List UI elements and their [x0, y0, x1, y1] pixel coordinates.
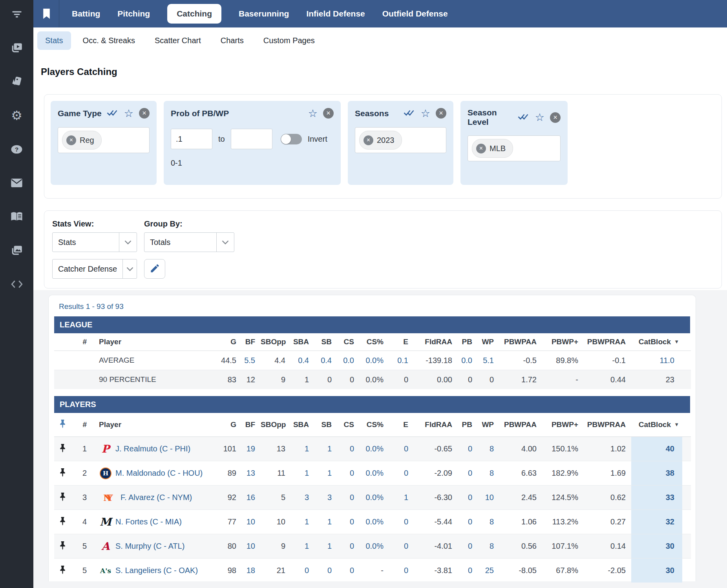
column-header-sb[interactable]: SB: [314, 413, 337, 437]
stat-cell-cs[interactable]: 0: [337, 486, 360, 510]
chip-remove-icon[interactable]: ×: [364, 135, 373, 145]
stat-cell-cspct[interactable]: 0.0%: [360, 510, 389, 534]
game-type-value-box[interactable]: × Reg: [58, 127, 150, 153]
stat-cell-sb[interactable]: 1: [314, 510, 337, 534]
rank-column-header[interactable]: #: [71, 333, 90, 351]
stat-cell-sba[interactable]: 0: [291, 559, 314, 583]
stat-cell-e[interactable]: 1: [389, 486, 414, 510]
pin-row-button[interactable]: [54, 486, 71, 510]
mail-icon[interactable]: [9, 175, 25, 191]
sub-tab-stats[interactable]: Stats: [37, 31, 71, 50]
player-column-header[interactable]: Player: [90, 333, 219, 351]
stat-cell-cspct[interactable]: 0.0%: [360, 486, 389, 510]
pin-row-button[interactable]: [54, 461, 71, 486]
bookmark-icon[interactable]: [42, 8, 51, 20]
stat-cell-cs[interactable]: 0: [337, 510, 360, 534]
column-header-cs[interactable]: CS: [337, 333, 360, 351]
stat-cell-sba[interactable]: 3: [291, 486, 314, 510]
chip-remove-icon[interactable]: ×: [66, 135, 76, 145]
stat-cell-bf[interactable]: 13: [242, 461, 261, 486]
remove-filter-icon[interactable]: ×: [139, 108, 150, 119]
stat-cell-bf[interactable]: 19: [242, 437, 261, 461]
sub-tab-charts[interactable]: Charts: [213, 31, 252, 50]
stat-cell-cspct[interactable]: 0.0%: [360, 437, 389, 461]
player-name-link[interactable]: F. Alvarez (C - NYM): [121, 493, 192, 502]
favorite-star-icon[interactable]: ☆: [535, 113, 544, 121]
stat-cell-e[interactable]: 0: [389, 510, 414, 534]
group-by-select[interactable]: Totals: [144, 232, 234, 252]
invert-toggle[interactable]: [281, 134, 302, 144]
column-header-bf[interactable]: BF: [242, 333, 261, 351]
stat-cell-bf[interactable]: 10: [242, 534, 261, 559]
column-header-cs[interactable]: CS: [337, 413, 360, 437]
book-icon[interactable]: [9, 209, 25, 225]
player-name-link[interactable]: S. Langeliers (C - OAK): [115, 566, 198, 575]
stat-cell-sb[interactable]: 1: [314, 437, 337, 461]
column-header-pbwpraa[interactable]: PBWPRAA: [584, 413, 631, 437]
column-header-pb[interactable]: PB: [458, 333, 478, 351]
column-header-pb[interactable]: PB: [458, 413, 478, 437]
stat-cell-pb[interactable]: 0: [458, 559, 478, 583]
column-header-wp[interactable]: WP: [478, 333, 499, 351]
stat-cell-sba[interactable]: 1: [291, 534, 314, 559]
stat-cell-cspct[interactable]: 0.0%: [360, 351, 389, 370]
column-header-sb[interactable]: SB: [314, 333, 337, 351]
stat-cell-pb[interactable]: 0: [458, 461, 478, 486]
stat-cell-catblock[interactable]: 40: [631, 437, 682, 461]
stat-cell-wp[interactable]: 8: [478, 534, 499, 559]
column-header-catblock[interactable]: CatBlock▼: [631, 333, 682, 351]
column-header-wp[interactable]: WP: [478, 413, 499, 437]
stat-cell-sb[interactable]: 0.4: [314, 351, 337, 370]
select-all-icon[interactable]: [403, 109, 415, 118]
player-name-link[interactable]: M. Maldonado (C - HOU): [115, 469, 203, 478]
code-icon[interactable]: [9, 276, 25, 292]
pin-row-button[interactable]: [54, 437, 71, 461]
tags-icon[interactable]: [9, 74, 25, 89]
top-tab-outfield-defense[interactable]: Outfield Defense: [382, 4, 448, 24]
pin-row-button[interactable]: [54, 559, 71, 583]
stat-cell-cspct[interactable]: 0.0%: [360, 461, 389, 486]
column-header-cspct[interactable]: CS%: [360, 413, 389, 437]
favorite-star-icon[interactable]: ☆: [308, 110, 318, 117]
gear-icon[interactable]: ⚙: [9, 108, 25, 123]
stat-cell-sb[interactable]: 1: [314, 461, 337, 486]
column-header-e[interactable]: E: [389, 333, 414, 351]
column-header-fldraa[interactable]: FldRAA: [414, 413, 458, 437]
player-name-link[interactable]: N. Fortes (C - MIA): [115, 517, 182, 526]
column-header-bf[interactable]: BF: [242, 413, 261, 437]
stat-cell-pb[interactable]: 0: [458, 486, 478, 510]
stat-cell-cspct[interactable]: 0.0%: [360, 534, 389, 559]
column-header-pbwpaa[interactable]: PBWPAA: [499, 413, 542, 437]
stat-cell-cs[interactable]: 0: [337, 559, 360, 583]
column-header-sba[interactable]: SBA: [291, 333, 314, 351]
media-library-icon[interactable]: [9, 243, 25, 258]
stat-cell-bf[interactable]: 18: [242, 559, 261, 583]
column-header-fldraa[interactable]: FldRAA: [414, 333, 458, 351]
stat-cell-pb[interactable]: 0.0: [458, 351, 478, 370]
seasons-value-box[interactable]: × 2023: [355, 127, 446, 153]
favorite-star-icon[interactable]: ☆: [421, 110, 430, 117]
top-tab-catching[interactable]: Catching: [167, 4, 221, 24]
stat-cell-sba[interactable]: 0.4: [291, 351, 314, 370]
stat-cell-bf[interactable]: 10: [242, 510, 261, 534]
select-all-icon[interactable]: [106, 109, 119, 118]
stat-cell-e[interactable]: 0: [389, 437, 414, 461]
chip-season-level[interactable]: × MLB: [472, 139, 513, 158]
stat-cell-pb[interactable]: 0: [458, 510, 478, 534]
stat-cell-cs[interactable]: 0: [337, 461, 360, 486]
column-header-pbwpaa[interactable]: PBWPAA: [499, 333, 542, 351]
column-header-pbwpplus[interactable]: PBWP+: [542, 333, 584, 351]
stat-cell-sba[interactable]: 1: [291, 437, 314, 461]
stat-cell-e[interactable]: 0.1: [389, 351, 414, 370]
column-header-g[interactable]: G: [219, 333, 242, 351]
column-header-catblock[interactable]: CatBlock▼: [631, 413, 682, 437]
player-name-link[interactable]: J. Realmuto (C - PHI): [115, 444, 190, 453]
stat-cell-sb[interactable]: 0: [314, 559, 337, 583]
stat-cell-cs[interactable]: 0: [337, 437, 360, 461]
column-header-pbwpraa[interactable]: PBWPRAA: [584, 333, 631, 351]
stat-cell-bf[interactable]: 16: [242, 486, 261, 510]
stat-cell-catblock[interactable]: 11.0: [631, 351, 682, 370]
stat-cell-wp[interactable]: 25: [478, 559, 499, 583]
sub-tab-occ-streaks[interactable]: Occ. & Streaks: [75, 31, 143, 50]
stats-view-select[interactable]: Stats: [52, 232, 137, 252]
